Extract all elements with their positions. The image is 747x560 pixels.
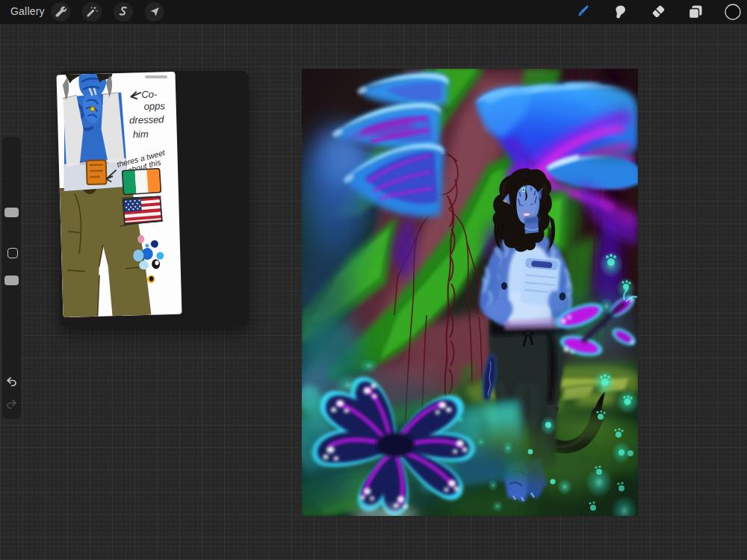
svg-text:opps: opps [144, 100, 166, 112]
svg-text:him: him [133, 128, 149, 140]
svg-text:Co-: Co- [141, 89, 158, 101]
svg-text:dressed: dressed [129, 113, 164, 125]
